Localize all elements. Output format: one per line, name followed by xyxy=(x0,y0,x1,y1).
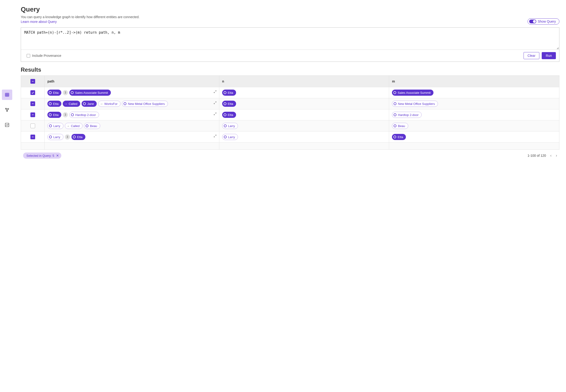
toggle-icon xyxy=(529,20,536,23)
svg-rect-0 xyxy=(5,93,9,96)
node-dot-icon xyxy=(224,113,226,116)
column-header-path[interactable]: path xyxy=(44,76,219,87)
table-header: path n m xyxy=(21,76,559,87)
selected-count-label: Selected in Query: 5 xyxy=(27,154,54,157)
run-button[interactable]: Run xyxy=(542,52,556,59)
relationship-chip[interactable]: WorksFor xyxy=(98,101,121,107)
chip-label: Etta xyxy=(228,102,233,106)
chip-label: Etta xyxy=(228,113,233,117)
view-graph-button[interactable] xyxy=(2,105,12,115)
pagination-next[interactable]: › xyxy=(556,154,557,158)
include-provenance-checkbox[interactable]: Include Provenance xyxy=(27,54,61,57)
entity-chip[interactable]: Larry xyxy=(222,134,238,140)
results-table: path n m Etta3Sales Associate SummitEtta… xyxy=(21,75,559,150)
row-select-checkbox[interactable] xyxy=(30,90,35,95)
view-table-button[interactable] xyxy=(2,90,12,100)
node-dot-icon xyxy=(49,113,52,116)
show-query-toggle[interactable]: Show Query xyxy=(528,18,559,25)
entity-chip[interactable]: Etta xyxy=(47,112,61,118)
chip-label: Etta xyxy=(228,91,233,95)
chip-label: New Metal Office Suppliers xyxy=(128,102,165,106)
entity-chip[interactable]: Sales Associate Summit xyxy=(392,90,433,96)
node-dot-icon xyxy=(71,113,74,116)
entity-chip[interactable]: Etta xyxy=(222,101,236,107)
node-dot-icon xyxy=(73,136,76,138)
entity-chip[interactable]: Etta xyxy=(222,90,236,96)
entity-chip[interactable]: Larry xyxy=(47,134,63,140)
entity-chip[interactable]: Jane xyxy=(82,101,97,107)
entity-chip[interactable]: Hardtop 2-door xyxy=(392,112,422,118)
pagination: 1-100 of 120 ‹ › xyxy=(528,154,557,158)
chip-label: Larry xyxy=(53,135,60,139)
node-dot-icon xyxy=(49,125,52,127)
relationship-chip[interactable]: Called xyxy=(65,123,83,129)
chip-label: Hardtop 2-door xyxy=(398,113,418,117)
collapse-icon[interactable] xyxy=(213,101,217,105)
svg-line-9 xyxy=(6,109,7,111)
table-row: LarryCalledBeauLarryBeau xyxy=(21,120,559,131)
resize-handle-icon[interactable]: ◢ xyxy=(557,47,558,49)
node-dot-icon xyxy=(393,136,396,138)
chip-label: Beau xyxy=(398,124,405,128)
count-badge[interactable]: 3 xyxy=(65,134,70,140)
row-select-checkbox[interactable] xyxy=(30,101,35,106)
entity-chip[interactable]: New Metal Office Suppliers xyxy=(392,101,438,107)
row-select-checkbox[interactable] xyxy=(30,112,35,117)
entity-chip[interactable]: Hardtop 2-door xyxy=(69,112,99,118)
pagination-prev[interactable]: ‹ xyxy=(550,154,551,158)
chip-label: Jane xyxy=(87,102,94,106)
entity-chip[interactable]: Etta xyxy=(47,90,61,96)
count-badge[interactable]: 3 xyxy=(63,112,68,117)
entity-chip[interactable]: Beau xyxy=(392,123,408,129)
view-timeline-button[interactable] xyxy=(2,120,12,130)
chip-label: Etta xyxy=(77,135,83,139)
select-all-checkbox[interactable] xyxy=(30,79,35,84)
column-header-n[interactable]: n xyxy=(219,76,389,87)
count-badge[interactable]: 3 xyxy=(63,90,68,95)
row-select-checkbox[interactable] xyxy=(30,135,35,139)
expand-icon[interactable] xyxy=(213,134,217,138)
arrow-icon xyxy=(100,102,103,106)
entity-chip[interactable]: Larry xyxy=(222,123,238,129)
node-dot-icon xyxy=(224,102,226,105)
entity-chip[interactable]: Sales Associate Summit xyxy=(69,90,111,96)
page-subtitle: You can query a knowledge graph to ident… xyxy=(21,15,528,19)
table-row: EttaCalledJaneWorksForNew Metal Office S… xyxy=(21,98,559,109)
row-select-checkbox[interactable] xyxy=(30,124,35,128)
chip-label: WorksFor xyxy=(104,102,117,106)
node-dot-icon xyxy=(124,102,127,105)
pagination-range: 1-100 of 120 xyxy=(528,154,546,157)
entity-chip[interactable]: Larry xyxy=(47,123,63,129)
column-header-m[interactable]: m xyxy=(389,76,559,87)
chip-label: Etta xyxy=(53,102,58,106)
node-dot-icon xyxy=(85,125,88,127)
close-icon[interactable]: ✕ xyxy=(56,154,59,157)
node-dot-icon xyxy=(224,136,227,138)
expand-icon[interactable] xyxy=(213,112,217,116)
include-provenance-label: Include Provenance xyxy=(32,54,61,57)
entity-chip[interactable]: Beau xyxy=(84,123,100,129)
checkbox-icon xyxy=(27,54,30,57)
chip-label: Sales Associate Summit xyxy=(398,91,430,95)
node-dot-icon xyxy=(394,125,396,127)
query-input[interactable] xyxy=(21,28,559,49)
node-dot-icon xyxy=(394,113,396,116)
node-dot-icon xyxy=(393,91,396,94)
entity-chip[interactable]: Etta xyxy=(222,112,236,118)
relationship-chip[interactable]: Called xyxy=(63,101,80,107)
entity-chip[interactable]: Etta xyxy=(47,101,61,107)
chip-label: Etta xyxy=(398,135,403,139)
entity-chip[interactable]: New Metal Office Suppliers xyxy=(122,101,168,107)
entity-chip[interactable]: Etta xyxy=(71,134,85,140)
node-dot-icon xyxy=(49,102,52,105)
arrow-icon xyxy=(67,124,70,128)
chip-label: Larry xyxy=(228,135,235,139)
clear-button[interactable]: Clear xyxy=(524,52,539,59)
entity-chip[interactable]: Etta xyxy=(392,134,406,140)
chip-label: Called xyxy=(71,124,80,128)
selected-count-chip[interactable]: Selected in Query: 5 ✕ xyxy=(23,153,61,159)
table-row: Etta3Hardtop 2-doorEttaHardtop 2-door xyxy=(21,109,559,120)
expand-icon[interactable] xyxy=(213,90,217,94)
chip-label: Beau xyxy=(90,124,97,128)
learn-more-link[interactable]: Learn more about Query xyxy=(21,20,57,24)
